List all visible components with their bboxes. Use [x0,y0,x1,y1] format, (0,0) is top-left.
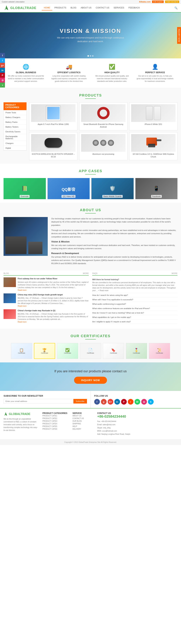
follow-reddit-icon[interactable]: r [128,399,133,404]
blog-read-more-3[interactable]: Read more [18,321,26,323]
follow-skype-icon[interactable]: S [148,399,154,404]
baidu-label: Baidu Mobile Guards [102,195,123,198]
footer-prod-link-6[interactable]: PRODUCT CATE6 [42,428,69,430]
product-bracelet[interactable]: Smart Bluetooth Bracelet for iPhone Sams… [79,102,127,130]
feature-quality: ✅ HIGH QUALITY We ensure product quality… [91,62,133,84]
svg-marker-4 [5,412,6,416]
blog-post-2: China may miss 2013 foreign trade growth… [4,294,89,307]
cat-battery-testers[interactable]: Battery Testers [4,124,26,129]
googleplus-social-btn[interactable]: g+ [0,63,5,68]
svg-marker-5 [6,412,7,416]
faq-more-link[interactable]: MORE [172,272,177,274]
blog-read-more-1[interactable]: Read more [18,289,26,291]
footer-address: Add: Nanjing Longhua River Road, Xianjin [97,433,177,436]
hero-dot-3[interactable] [92,55,94,57]
footer-about-desc: We do this through an unparalleled commi… [4,418,39,432]
newsletter-email-input[interactable] [4,399,72,404]
follow-facebook-icon[interactable]: f [94,399,100,404]
feature-service-title: PERFECT SERVICE [136,71,174,74]
blog-more-link[interactable]: MORE [83,272,89,274]
footer-svc-link-3[interactable]: OUR BLOG [72,420,94,422]
hero-dot-2[interactable] [90,55,91,57]
nav-feedback[interactable]: FEEDBACK [126,6,142,10]
cat-battery-chargers[interactable]: Battery Chargers [4,115,26,120]
blog-post-3: China's foreign trade may fluctuate in Q… [4,309,89,323]
plus-social-btn[interactable]: + [0,82,5,88]
product-speaker[interactable]: EXOTICA WIRELESS BLUETOOTH SPEAKER – SC1… [29,132,77,160]
product-ipad-img [31,104,75,122]
alibaba-label[interactable]: Alibaba.com [139,1,150,3]
gold-supplier-badge[interactable]: Gold Supplier [152,0,164,3]
footer-svc-link-4[interactable]: SHIPPING [72,422,94,425]
footer-prod-link-3[interactable]: PRODUCT CATE3 [42,420,69,422]
feature-service: 👤 PERFECT SERVICE Our aim is to set a pl… [134,62,176,84]
footer-phone[interactable]: +86-02584234440 [97,414,177,418]
search-icon[interactable]: 🔍 [174,6,177,9]
footer-email[interactable]: Email: sales@xinji.com [97,423,177,426]
follow-google-icon[interactable]: g [101,399,107,404]
blog-title-1: First subway line to run under Yellow Ri… [18,277,89,280]
side-tab[interactable]: INQUIRY NOW [177,27,181,44]
app-baidu[interactable]: 🛡️ Baidu Mobile Guards [91,178,134,199]
logo[interactable]: GLOBALTRADE [4,5,36,11]
follow-googleplus-icon[interactable]: G+ [108,399,113,404]
faq-title-row: FAQS MORE [92,272,177,276]
follow-whatsapp-icon[interactable]: W [134,399,140,404]
products-section-title: PRODUCTS [4,90,177,100]
faq-q3[interactable]: What audio conferencing is supported? [92,302,177,306]
cat-digital[interactable]: Digital [4,146,26,150]
app-facebook[interactable]: 📱 Facebook [135,178,178,199]
cat-electricity-savers[interactable]: Electricity Savers [4,129,26,134]
nav-home[interactable]: HOME [42,6,52,10]
faq-q1[interactable]: How do I search for wines using the app? [92,293,177,298]
about-rd-title: Research & Development [51,252,177,254]
hero-dot-1[interactable] [87,55,89,57]
inquiry-button[interactable]: INQUIRY NOW [74,377,107,384]
twitter-social-btn[interactable]: t [0,58,5,63]
newsletter-form: Subscribe [4,399,87,404]
blog-read-more-2[interactable]: Read more [18,305,26,307]
pinterest-social-btn[interactable]: P [0,73,5,78]
facebook-social-btn[interactable]: f [0,53,5,58]
product-drill[interactable]: 18 Volt Cordless 1/2 In. Drill/Driver Wi… [129,132,177,160]
faq-q4[interactable]: What video conference features are avail… [92,306,177,311]
nav-contact[interactable]: CONTACT US [94,6,111,10]
product-ipad[interactable]: Apple 9.7-inch iPad Pro White 128G [29,102,77,130]
blog-thumb-2 [4,294,16,303]
footer-logo-icon [4,412,8,416]
nav-products[interactable]: PRODUCTS [52,6,68,10]
trade-assurance-badge[interactable]: Trade Assurance [165,0,179,3]
nav-about[interactable]: ABOUT US [78,6,94,10]
faq-intro-desc: We are committed to the continuous perso… [92,281,177,292]
nav-blog[interactable]: BLOG [68,6,78,10]
nav-services[interactable]: SERVICES [111,6,126,10]
footer-svc-link-6[interactable]: DELIVERY [72,428,94,430]
footer-prod-link-4[interactable]: PRODUCT CATE4 [42,422,69,425]
instagram-social-btn[interactable]: ◎ [0,78,5,82]
cat-battery-packs[interactable]: Battery Packs [4,120,26,124]
cat-power-tools[interactable]: Power Tools [4,110,26,115]
footer-prod-link-1[interactable]: PRODUCT CATE1 [42,414,69,417]
follow-linkedin-icon[interactable]: in [114,399,120,404]
faq-q2[interactable]: When will I hear if my application is su… [92,298,177,302]
footer-prod-link-2[interactable]: PRODUCT CATE2 [42,417,69,420]
product-iphone[interactable]: iPhone 6 White 32G [129,102,177,130]
faq-q7[interactable]: Am I eligible to apply if I require a wo… [92,320,177,324]
footer-prod-link-5[interactable]: PRODUCT CATE5 [42,425,69,428]
app-evernote[interactable]: 📗 Evernote [4,178,46,199]
cat-chargers[interactable]: Chargers [4,141,26,146]
faq-q5[interactable]: How do I know if I can host a meeting? W… [92,311,177,315]
cat-rechargeable[interactable]: Rechargeable Batteries [4,134,26,141]
follow-instagram-icon[interactable]: ◎ [141,399,147,404]
product-bracelet-img [81,104,125,122]
faq-q6[interactable]: What capabilities do I get on the mobile… [92,315,177,320]
footer-svc-link-2[interactable]: CONTACT US [72,417,94,420]
footer-svc-link-5[interactable]: HELP [72,425,94,428]
cert-1: 📋 Certificate [11,343,32,359]
product-bolt[interactable]: Aluminum nut processing [79,132,127,160]
follow-pinterest-icon[interactable]: P [121,399,127,404]
newsletter-subscribe-button[interactable]: Subscribe [73,399,87,404]
footer-svc-link-1[interactable]: ABOUT US [72,414,94,417]
app-qq[interactable]: QQ影音 QQ Video HD [48,178,90,199]
linkedin-social-btn[interactable]: in [0,68,5,73]
